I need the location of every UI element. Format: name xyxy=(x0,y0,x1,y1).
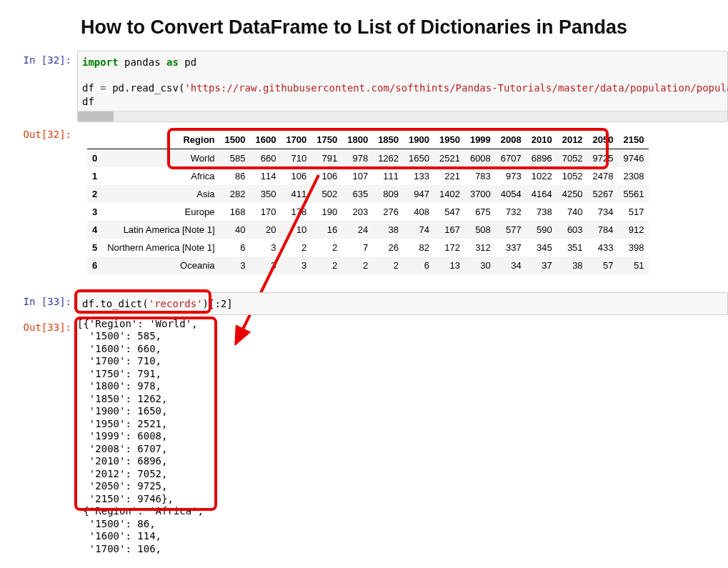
cell: 1262 xyxy=(373,149,404,167)
cell: 3 xyxy=(250,239,281,256)
row-index: 6 xyxy=(87,256,102,274)
cell: 38 xyxy=(373,221,404,239)
out-prompt-32: Out[32]: xyxy=(0,125,77,276)
cell: 947 xyxy=(404,185,434,203)
cell: 791 xyxy=(311,149,342,167)
cell: 337 xyxy=(496,239,527,256)
cell: 784 xyxy=(588,221,619,239)
cell: 4250 xyxy=(557,185,588,203)
horizontal-scrollbar[interactable] xyxy=(78,111,727,121)
cell: 1402 xyxy=(434,185,465,203)
cell: Oceania xyxy=(102,256,219,274)
row-index: 2 xyxy=(87,185,102,203)
cell: 24 xyxy=(342,221,373,239)
cell: 3 xyxy=(250,256,281,274)
cell: 547 xyxy=(434,203,465,221)
cell: 2 xyxy=(311,256,342,274)
cell: 738 xyxy=(527,203,557,221)
cell: 734 xyxy=(588,203,619,221)
col-header: 1999 xyxy=(465,131,496,149)
cell: 82 xyxy=(404,239,434,256)
cell: 3 xyxy=(220,256,251,274)
cell: 517 xyxy=(619,203,649,221)
cell: 978 xyxy=(342,149,373,167)
col-header: 2150 xyxy=(619,131,649,149)
cell: 172 xyxy=(434,239,465,256)
cell: 710 xyxy=(281,149,311,167)
in-prompt-32: In [32]: xyxy=(0,51,77,122)
cell: 133 xyxy=(404,167,434,185)
cell: 7 xyxy=(342,239,373,256)
cell: 9746 xyxy=(619,149,649,167)
cell: 2 xyxy=(281,239,311,256)
cell: 107 xyxy=(342,167,373,185)
cell: 57 xyxy=(588,256,619,274)
cell: 30 xyxy=(465,256,496,274)
cell: Africa xyxy=(102,167,219,185)
col-header: 1900 xyxy=(404,131,434,149)
cell: 6008 xyxy=(465,149,496,167)
cell: 675 xyxy=(465,203,496,221)
cell: World xyxy=(102,149,219,167)
col-header: Region xyxy=(102,131,219,149)
cell: 74 xyxy=(404,221,434,239)
cell: 508 xyxy=(465,221,496,239)
cell: 2 xyxy=(311,239,342,256)
cell: 740 xyxy=(557,203,588,221)
cell: Latin America [Note 1] xyxy=(102,221,219,239)
col-header: 1600 xyxy=(250,131,281,149)
col-header: 1800 xyxy=(342,131,373,149)
cell: 10 xyxy=(281,221,311,239)
cell: 603 xyxy=(557,221,588,239)
cell: 2308 xyxy=(619,167,649,185)
cell: 783 xyxy=(465,167,496,185)
cell: 585 xyxy=(220,149,251,167)
cell: 577 xyxy=(496,221,527,239)
col-header: 2010 xyxy=(527,131,557,149)
code-cell-33[interactable]: df.to_dict('records')[:2] xyxy=(77,292,728,315)
out-prompt-33: Out[33]: xyxy=(0,318,77,556)
code-cell-32[interactable]: import pandas as pd df = pd.read_csv('ht… xyxy=(77,51,728,122)
cell: 2 xyxy=(373,256,404,274)
cell: Europe xyxy=(102,203,219,221)
cell: 13 xyxy=(434,256,465,274)
cell: 106 xyxy=(281,167,311,185)
cell: 590 xyxy=(527,221,557,239)
cell: 809 xyxy=(373,185,404,203)
cell: 6896 xyxy=(527,149,557,167)
cell: 350 xyxy=(250,185,281,203)
cell: 190 xyxy=(311,203,342,221)
cell: 111 xyxy=(373,167,404,185)
col-header: 2008 xyxy=(496,131,527,149)
cell: 345 xyxy=(527,239,557,256)
cell: 502 xyxy=(311,185,342,203)
cell: 221 xyxy=(434,167,465,185)
cell: 312 xyxy=(465,239,496,256)
cell: 168 xyxy=(220,203,251,221)
cell: 6 xyxy=(404,256,434,274)
cell: 660 xyxy=(250,149,281,167)
cell: 203 xyxy=(342,203,373,221)
cell: 4054 xyxy=(496,185,527,203)
col-header: 1850 xyxy=(373,131,404,149)
cell: 973 xyxy=(496,167,527,185)
cell: 1022 xyxy=(527,167,557,185)
cell: 2521 xyxy=(434,149,465,167)
col-header: 1500 xyxy=(220,131,251,149)
row-index: 0 xyxy=(87,149,102,167)
cell: 5561 xyxy=(619,185,649,203)
dataframe-output: Region1500160017001750180018501900195019… xyxy=(77,131,649,274)
cell: 9725 xyxy=(588,149,619,167)
cell: 2478 xyxy=(588,167,619,185)
row-index: 1 xyxy=(87,167,102,185)
cell: 2 xyxy=(342,256,373,274)
cell: 6 xyxy=(220,239,251,256)
col-header: 1750 xyxy=(311,131,342,149)
cell: 912 xyxy=(619,221,649,239)
cell: 170 xyxy=(250,203,281,221)
cell: 4164 xyxy=(527,185,557,203)
cell: Asia xyxy=(102,185,219,203)
cell: 1650 xyxy=(404,149,434,167)
cell: 38 xyxy=(557,256,588,274)
cell: 178 xyxy=(281,203,311,221)
